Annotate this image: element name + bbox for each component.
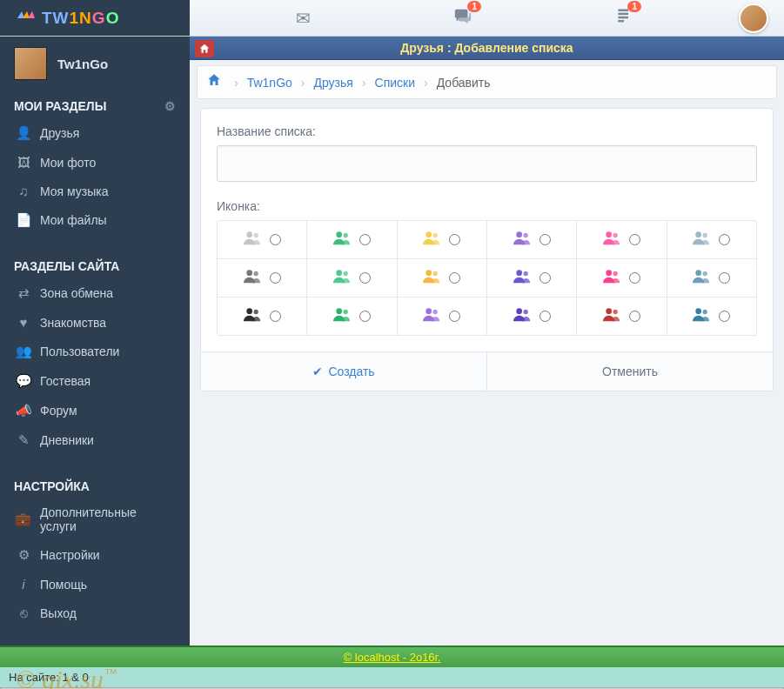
sidebar-item-logout[interactable]: ⎋Выход [0, 599, 190, 627]
sidebar-item-friends[interactable]: 👤Друзья [0, 118, 190, 148]
icon-option[interactable] [397, 298, 486, 335]
name-label: Название списка: [217, 124, 757, 138]
icon-option[interactable] [218, 221, 306, 258]
svg-point-29 [253, 310, 258, 314]
icon-option[interactable] [306, 259, 396, 297]
button-label: Отменить [602, 365, 658, 378]
icon-radio[interactable] [449, 272, 460, 284]
create-button[interactable]: ✔Создать [201, 352, 486, 391]
info-icon: i [14, 577, 33, 592]
icon-grid [217, 220, 757, 336]
list-name-input[interactable] [217, 145, 757, 182]
button-label: Создать [328, 365, 374, 378]
cancel-button[interactable]: Отменить [486, 352, 773, 391]
icon-option[interactable] [218, 298, 306, 335]
svg-rect-2 [618, 17, 628, 19]
username: Tw1nGo [57, 57, 108, 71]
section-heading-settings: НАСТРОЙКА [0, 471, 190, 498]
icon-option[interactable] [667, 221, 756, 258]
icon-radio[interactable] [719, 311, 730, 322]
icon-option[interactable] [667, 259, 756, 297]
section-title-my: МОИ РАЗДЕЛЫ [14, 99, 106, 113]
icon-radio[interactable] [629, 272, 640, 284]
people-icon [603, 306, 620, 326]
sidebar-item-label: Друзья [40, 126, 79, 140]
people-icon [244, 306, 261, 326]
people-icon [244, 230, 261, 250]
icon-radio[interactable] [629, 234, 640, 245]
people-icon [244, 268, 261, 288]
icon-radio[interactable] [270, 272, 281, 284]
icon-option[interactable] [576, 298, 666, 335]
sidebar-item-services[interactable]: 💼Дополнительные услуги [0, 498, 190, 540]
icon-radio[interactable] [359, 311, 371, 322]
icon-radio[interactable] [359, 234, 371, 245]
icon-option[interactable] [576, 259, 666, 297]
gear-icon[interactable]: ⚙ [164, 99, 176, 113]
sidebar-item-settings[interactable]: ⚙Настройки [0, 540, 190, 570]
logo[interactable]: TW1NGO [0, 0, 190, 36]
chat-icon[interactable]: 1 [453, 6, 472, 30]
people-icon [423, 268, 440, 288]
icon-option[interactable] [576, 221, 666, 258]
sidebar-item-guest[interactable]: 💬Гостевая [0, 366, 190, 396]
people-icon [333, 268, 351, 288]
icon-option[interactable] [397, 259, 486, 297]
icon-option[interactable] [218, 259, 306, 297]
footer-copyright[interactable]: © localhost - 2o16г. [0, 646, 784, 667]
sidebar-item-label: Настройки [40, 548, 100, 562]
page-title: Друзья : Добавление списка [400, 41, 573, 55]
users-icon: 👥 [14, 344, 33, 359]
icon-option[interactable] [306, 298, 396, 335]
svg-point-21 [433, 271, 438, 276]
sidebar-item-photos[interactable]: 🖼Мои фото [0, 148, 190, 177]
sidebar-item-label: Знакомства [40, 316, 106, 330]
svg-point-26 [696, 270, 702, 276]
icon-radio[interactable] [629, 311, 640, 322]
user-block[interactable]: Tw1nGo [0, 37, 190, 90]
sidebar-item-files[interactable]: 📄Мои файлы [0, 205, 190, 235]
sidebar-item-label: Дополнительные услуги [40, 505, 176, 533]
icon-radio[interactable] [719, 272, 730, 284]
icon-option[interactable] [306, 221, 396, 258]
sidebar-item-forum[interactable]: 📣Форум [0, 396, 190, 425]
breadcrumb-link[interactable]: Друзья [313, 76, 352, 90]
cog-icon: ⚙ [14, 547, 33, 563]
breadcrumb-link[interactable]: Tw1nGo [247, 76, 292, 90]
icon-radio[interactable] [539, 234, 551, 245]
svg-point-8 [426, 231, 432, 237]
home-chip[interactable] [195, 40, 214, 57]
breadcrumb-link[interactable]: Списки [375, 76, 415, 90]
icon-option[interactable] [667, 298, 756, 335]
sidebar-item-help[interactable]: iПомощь [0, 570, 190, 599]
icon-option[interactable] [486, 259, 576, 297]
sidebar-item-users[interactable]: 👥Пользователи [0, 337, 190, 366]
section-title-settings: НАСТРОЙКА [14, 479, 90, 493]
icon-radio[interactable] [270, 311, 281, 322]
sidebar-item-music[interactable]: ♫Моя музыка [0, 177, 190, 205]
sidebar-item-dating[interactable]: ♥Знакомства [0, 308, 190, 337]
icon-radio[interactable] [270, 234, 281, 245]
sidebar-item-exchange[interactable]: ⇄Зона обмена [0, 278, 190, 308]
icon-radio[interactable] [449, 234, 460, 245]
svg-point-23 [523, 271, 527, 276]
icon-option[interactable] [397, 221, 486, 258]
icon-radio[interactable] [719, 234, 730, 245]
home-icon [198, 43, 211, 55]
footer-online: На сайте: 1 & 0 © gix.su™ [0, 667, 784, 687]
icon-radio[interactable] [539, 311, 551, 322]
breadcrumb-home-icon[interactable] [206, 72, 222, 92]
icon-radio[interactable] [539, 272, 551, 284]
icon-label: Иконка: [217, 199, 757, 213]
svg-rect-0 [618, 10, 628, 12]
mail-icon[interactable]: ✉ [296, 8, 311, 29]
sidebar-item-label: Мои файлы [40, 213, 107, 227]
user-avatar [14, 47, 47, 80]
icon-radio[interactable] [449, 311, 460, 322]
user-avatar-top[interactable] [739, 3, 768, 33]
icon-radio[interactable] [359, 272, 371, 284]
icon-option[interactable] [486, 298, 576, 335]
icon-option[interactable] [486, 221, 576, 258]
notification-icon[interactable]: 1 [615, 6, 633, 30]
sidebar-item-diary[interactable]: ✎Дневники [0, 425, 190, 455]
